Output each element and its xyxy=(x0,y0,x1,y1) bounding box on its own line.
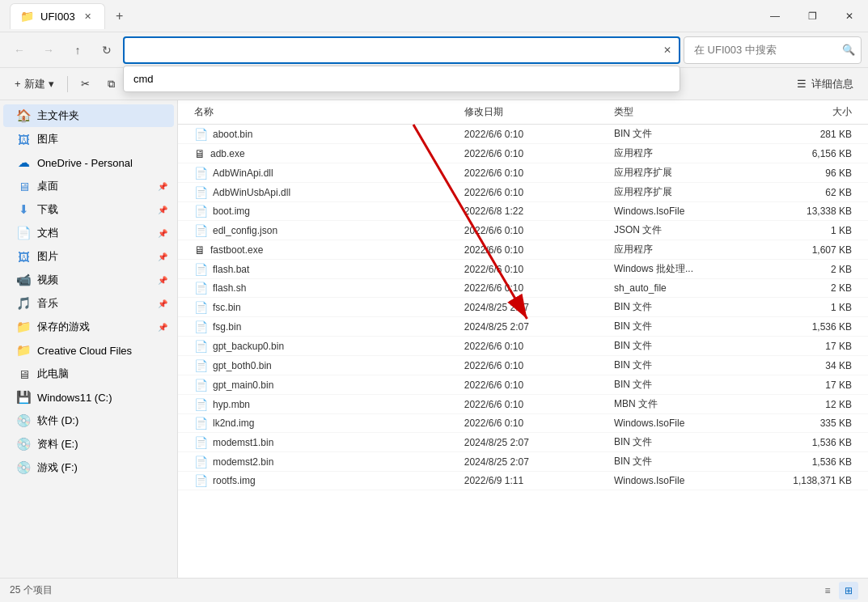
column-type[interactable]: 类型 xyxy=(608,100,768,125)
file-size: 1,138,371 KB xyxy=(768,472,868,490)
file-size: 1 KB xyxy=(768,221,868,240)
table-row[interactable]: 📄boot.img2022/6/8 1:22Windows.IsoFile13,… xyxy=(178,202,868,221)
column-size[interactable]: 大小 xyxy=(768,100,868,125)
file-name-cell: 📄AdbWinUsbApi.dll xyxy=(194,186,451,199)
file-size: 6,156 KB xyxy=(768,144,868,163)
table-row[interactable]: 📄AdbWinUsbApi.dll2022/6/6 0:10应用程序扩展62 K… xyxy=(178,183,868,202)
sidebar-item-games2[interactable]: 💿游戏 (F:) xyxy=(3,456,174,479)
file-name-cell: 📄AdbWinApi.dll xyxy=(194,167,451,180)
sidebar-label-downloads: 下载 xyxy=(37,202,151,217)
sidebar-item-thispc[interactable]: 🖥此电脑 xyxy=(3,362,174,385)
sidebar-item-home[interactable]: 🏠主文件夹 xyxy=(3,104,174,127)
sidebar-item-windows[interactable]: 💾Windows11 (C:) xyxy=(3,386,174,409)
sidebar-item-data[interactable]: 💿资料 (E:) xyxy=(3,433,174,456)
column-modified[interactable]: 修改日期 xyxy=(458,100,608,125)
file-modified: 2024/8/25 2:07 xyxy=(458,317,608,337)
column-name[interactable]: 名称 xyxy=(178,100,458,125)
cut-button[interactable]: ✂ xyxy=(73,72,98,96)
table-row[interactable]: 📄hyp.mbn2022/6/6 0:10MBN 文件12 KB xyxy=(178,395,868,414)
detail-button[interactable]: ☰ 详细信息 xyxy=(789,72,862,96)
sidebar-item-documents[interactable]: 📄文档📌 xyxy=(3,222,174,244)
copy-button[interactable]: ⧉ xyxy=(100,72,123,96)
table-row[interactable]: 📄aboot.bin2022/6/6 0:10BIN 文件281 KB xyxy=(178,125,868,144)
file-name-cell: 📄aboot.bin xyxy=(194,128,451,141)
refresh-button[interactable]: ↻ xyxy=(94,37,120,63)
file-modified: 2022/6/6 0:10 xyxy=(458,240,608,260)
forward-button[interactable]: → xyxy=(36,37,61,63)
table-row[interactable]: 🖥adb.exe2022/6/6 0:10应用程序6,156 KB xyxy=(178,144,868,163)
table-row[interactable]: 📄gpt_backup0.bin2022/6/6 0:10BIN 文件17 KB xyxy=(178,337,868,356)
new-tab-button[interactable]: + xyxy=(108,5,131,28)
back-button[interactable]: ← xyxy=(6,37,32,63)
sidebar-icon-software: 💿 xyxy=(16,413,31,428)
address-bar-wrapper: cmd ✕ cmd xyxy=(123,36,680,64)
sidebar-item-desktop[interactable]: 🖥桌面📌 xyxy=(3,175,174,197)
table-row[interactable]: 📄flash.bat2022/6/6 0:10Windows 批处理...2 K… xyxy=(178,260,868,279)
search-icon[interactable]: 🔍 xyxy=(842,44,855,56)
sidebar-item-onedrive[interactable]: ☁OneDrive - Personal xyxy=(3,151,174,174)
file-name-cell: 📄edl_config.json xyxy=(194,224,451,237)
file-size: 2 KB xyxy=(768,260,868,279)
sidebar-icon-gallery: 🖼 xyxy=(16,133,31,146)
table-row[interactable]: 📄lk2nd.img2022/6/6 0:10Windows.IsoFile33… xyxy=(178,414,868,433)
file-type: 应用程序 xyxy=(608,240,768,260)
new-icon: + xyxy=(15,78,21,90)
table-row[interactable]: 📄fsc.bin2024/8/25 2:07BIN 文件1 KB xyxy=(178,298,868,317)
file-modified: 2022/6/6 0:10 xyxy=(458,414,608,433)
sidebar-icon-music: 🎵 xyxy=(16,296,31,311)
item-count: 25 个项目 xyxy=(10,583,53,597)
file-modified: 2022/6/6 0:10 xyxy=(458,337,608,356)
sidebar-label-windows: Windows11 (C:) xyxy=(37,392,167,404)
table-row[interactable]: 📄edl_config.json2022/6/6 0:10JSON 文件1 KB xyxy=(178,221,868,240)
sidebar-item-software[interactable]: 💿软件 (D:) xyxy=(3,409,174,432)
sidebar-icon-onedrive: ☁ xyxy=(16,155,31,170)
file-name-cell: 📄boot.img xyxy=(194,205,451,218)
file-size: 1,607 KB xyxy=(768,240,868,260)
file-name-cell: 📄flash.bat xyxy=(194,263,451,276)
table-row[interactable]: 🖥fastboot.exe2022/6/6 0:10应用程序1,607 KB xyxy=(178,240,868,260)
table-row[interactable]: 📄gpt_both0.bin2022/6/6 0:10BIN 文件34 KB xyxy=(178,356,868,375)
file-name-cell: 🖥fastboot.exe xyxy=(194,244,451,256)
file-size: 17 KB xyxy=(768,337,868,356)
view-buttons: ≡ ⊞ xyxy=(818,582,858,600)
table-row[interactable]: 📄flash.sh2022/6/6 0:10sh_auto_file2 KB xyxy=(178,279,868,298)
file-name-cell: 📄flash.sh xyxy=(194,282,451,295)
file-table: 名称 修改日期 类型 大小 📄aboot.bin2022/6/6 0:10BIN… xyxy=(178,100,868,490)
sidebar-item-downloads[interactable]: ⬇下载📌 xyxy=(3,198,174,221)
new-button[interactable]: + 新建 ▾ xyxy=(6,72,62,96)
address-clear-button[interactable]: ✕ xyxy=(659,42,675,58)
table-row[interactable]: 📄AdbWinApi.dll2022/6/6 0:10应用程序扩展96 KB xyxy=(178,163,868,183)
sidebar-label-gallery: 图库 xyxy=(37,132,167,146)
close-button[interactable]: ✕ xyxy=(831,3,868,29)
file-type: BIN 文件 xyxy=(608,433,768,452)
active-tab[interactable]: 📁 UFI003 ✕ xyxy=(10,3,105,29)
file-size: 1,536 KB xyxy=(768,317,868,337)
table-row[interactable]: 📄gpt_main0.bin2022/6/6 0:10BIN 文件17 KB xyxy=(178,375,868,395)
new-label: 新建 xyxy=(24,77,45,91)
address-input[interactable]: cmd xyxy=(123,36,680,64)
list-view-button[interactable]: ≡ xyxy=(818,582,837,600)
dropdown-item-cmd[interactable]: cmd xyxy=(124,66,680,91)
up-button[interactable]: ↑ xyxy=(65,37,91,63)
sidebar-item-music[interactable]: 🎵音乐📌 xyxy=(3,292,174,315)
window-controls: — ❐ ✕ xyxy=(756,3,868,29)
table-row[interactable]: 📄modemst1.bin2024/8/25 2:07BIN 文件1,536 K… xyxy=(178,433,868,452)
grid-view-button[interactable]: ⊞ xyxy=(839,582,858,600)
table-row[interactable]: 📄rootfs.img2022/6/9 1:11Windows.IsoFile1… xyxy=(178,472,868,490)
maximize-button[interactable]: ❐ xyxy=(794,3,831,29)
minimize-button[interactable]: — xyxy=(756,3,794,29)
sidebar-item-videos[interactable]: 📹视频📌 xyxy=(3,269,174,291)
file-name-cell: 📄fsc.bin xyxy=(194,301,451,314)
search-input[interactable] xyxy=(684,36,862,64)
sidebar-item-pictures[interactable]: 🖼图片📌 xyxy=(3,245,174,268)
table-row[interactable]: 📄modemst2.bin2024/8/25 2:07BIN 文件1,536 K… xyxy=(178,452,868,472)
tab-close-button[interactable]: ✕ xyxy=(82,10,95,23)
file-modified: 2022/6/6 0:10 xyxy=(458,183,608,202)
sidebar-item-games[interactable]: 📁保存的游戏📌 xyxy=(3,316,174,338)
sidebar-item-gallery[interactable]: 🖼图库 xyxy=(3,128,174,150)
file-type: Windows.IsoFile xyxy=(608,202,768,221)
table-row[interactable]: 📄fsg.bin2024/8/25 2:07BIN 文件1,536 KB xyxy=(178,317,868,337)
sidebar: 🏠主文件夹🖼图库☁OneDrive - Personal🖥桌面📌⬇下载📌📄文档📌… xyxy=(0,100,178,578)
file-modified: 2022/6/6 0:10 xyxy=(458,144,608,163)
sidebar-item-creative[interactable]: 📁Creative Cloud Files xyxy=(3,339,174,362)
